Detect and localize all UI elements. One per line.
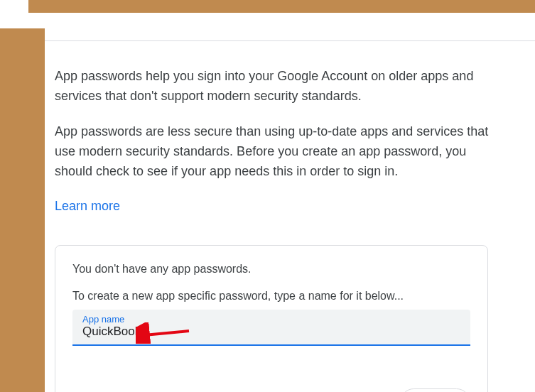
- button-row: Create: [72, 388, 470, 392]
- main-content: App passwords help you sign into your Go…: [45, 28, 535, 392]
- intro-paragraph-2: App passwords are less secure than using…: [55, 122, 494, 182]
- create-button[interactable]: Create: [400, 388, 470, 392]
- learn-more-link[interactable]: Learn more: [55, 197, 120, 217]
- app-name-label: App name: [82, 314, 460, 325]
- app-name-input-container[interactable]: App name: [72, 310, 470, 346]
- app-passwords-card: You don't have any app passwords. To cre…: [55, 245, 488, 392]
- header-divider: [45, 28, 535, 41]
- no-passwords-status: You don't have any app passwords.: [72, 263, 470, 276]
- create-instruction: To create a new app specific password, t…: [72, 290, 470, 303]
- intro-section: App passwords help you sign into your Go…: [45, 41, 535, 217]
- intro-paragraph-1: App passwords help you sign into your Go…: [55, 67, 494, 107]
- app-name-input[interactable]: [82, 325, 460, 339]
